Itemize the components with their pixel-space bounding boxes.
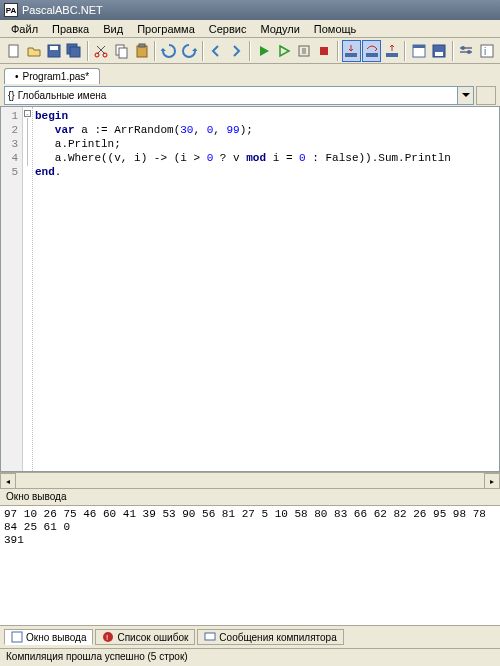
svg-rect-26	[12, 632, 22, 642]
code-text: .	[55, 166, 62, 178]
separator-icon	[404, 41, 406, 61]
svg-rect-14	[366, 53, 378, 57]
cut-button[interactable]	[92, 40, 111, 62]
chevron-down-icon[interactable]	[457, 87, 473, 104]
tab-program1[interactable]: • Program1.pas*	[4, 68, 100, 84]
line-number: 4	[1, 151, 18, 165]
code-editor[interactable]: begin var a := ArrRandom(30, 0, 99); a.P…	[33, 107, 499, 471]
paste-button[interactable]	[132, 40, 151, 62]
code-text: );	[240, 124, 253, 136]
line-number: 2	[1, 123, 18, 137]
separator-icon	[452, 41, 454, 61]
line-number: 1	[1, 109, 18, 123]
navigation-bar: {} Глобальные имена	[0, 84, 500, 106]
redo-button[interactable]	[180, 40, 199, 62]
code-text: : False)).Sum.Println	[306, 152, 451, 164]
error-list-icon: !	[102, 631, 114, 643]
run-button[interactable]	[254, 40, 273, 62]
code-text: a.Println;	[55, 138, 121, 150]
editor-area: 1 2 3 4 5 - begin var a := ArrRandom(30,…	[0, 106, 500, 472]
svg-point-23	[467, 50, 471, 54]
bottom-tabs: Окно вывода ! Список ошибок Сообщения ко…	[0, 626, 500, 648]
navigate-forward-button[interactable]	[227, 40, 246, 62]
horizontal-scrollbar[interactable]: ◂ ▸	[0, 472, 500, 488]
intellisense-button[interactable]: i	[477, 40, 496, 62]
fold-line-icon	[27, 118, 28, 166]
tab-compiler-messages[interactable]: Сообщения компилятора	[197, 629, 343, 645]
status-text: Компиляция прошла успешно (5 строк)	[6, 651, 188, 662]
menu-file[interactable]: Файл	[4, 22, 45, 36]
num-literal: 99	[226, 124, 239, 136]
tab-output[interactable]: Окно вывода	[4, 629, 93, 645]
tab-label: Сообщения компилятора	[219, 632, 336, 643]
separator-icon	[337, 41, 339, 61]
tab-errors[interactable]: ! Список ошибок	[95, 629, 195, 645]
scroll-right-icon[interactable]: ▸	[484, 473, 500, 489]
output-line: 97 10 26 75 46 60 41 39 53 90 56 81 27 5…	[4, 508, 493, 533]
scope-combo[interactable]: {} Глобальные имена	[4, 86, 474, 105]
step-into-button[interactable]	[342, 40, 361, 62]
copy-button[interactable]	[112, 40, 131, 62]
form-designer-button[interactable]	[409, 40, 428, 62]
separator-icon	[87, 41, 89, 61]
svg-rect-10	[139, 44, 145, 47]
menu-help[interactable]: Помощь	[307, 22, 364, 36]
menubar: Файл Правка Вид Программа Сервис Модули …	[0, 20, 500, 38]
output-line: 391	[4, 534, 24, 546]
kw-mod: mod	[246, 152, 266, 164]
tab-label: Program1.pas*	[23, 71, 90, 82]
scroll-left-icon[interactable]: ◂	[0, 473, 16, 489]
separator-icon	[202, 41, 204, 61]
svg-rect-15	[386, 53, 398, 57]
svg-rect-13	[345, 53, 357, 57]
messages-icon	[204, 631, 216, 643]
menu-view[interactable]: Вид	[96, 22, 130, 36]
modified-indicator-icon: •	[15, 71, 19, 82]
stop-button[interactable]	[315, 40, 334, 62]
nav-dropdown-button[interactable]	[476, 86, 496, 105]
code-text: a.Where((v, i) -> (i >	[55, 152, 207, 164]
statusbar: Компиляция прошла успешно (5 строк)	[0, 648, 500, 666]
undo-button[interactable]	[159, 40, 178, 62]
menu-service[interactable]: Сервис	[202, 22, 254, 36]
menu-modules[interactable]: Модули	[253, 22, 306, 36]
svg-rect-8	[119, 48, 127, 58]
app-icon: PA	[4, 3, 18, 17]
svg-rect-29	[205, 633, 215, 640]
document-tabs: • Program1.pas*	[0, 64, 500, 84]
svg-rect-19	[435, 52, 443, 56]
open-file-button[interactable]	[24, 40, 43, 62]
menu-edit[interactable]: Правка	[45, 22, 96, 36]
num-literal: 0	[299, 152, 306, 164]
scope-label: Глобальные имена	[18, 90, 107, 101]
svg-text:i: i	[484, 46, 486, 57]
svg-text:!: !	[106, 633, 108, 642]
svg-rect-17	[413, 45, 425, 48]
save-exe-button[interactable]	[430, 40, 449, 62]
save-button[interactable]	[44, 40, 63, 62]
svg-point-22	[461, 46, 465, 50]
line-number: 3	[1, 137, 18, 151]
separator-icon	[249, 41, 251, 61]
code-text: i =	[266, 152, 299, 164]
run-no-debug-button[interactable]	[274, 40, 293, 62]
output-panel[interactable]: 97 10 26 75 46 60 41 39 53 90 56 81 27 5…	[0, 506, 500, 626]
line-number: 5	[1, 165, 18, 179]
tab-label: Окно вывода	[26, 632, 86, 643]
options-button[interactable]	[457, 40, 476, 62]
window-title: PascalABC.NET	[22, 4, 103, 16]
fold-toggle-icon[interactable]: -	[24, 110, 31, 117]
tab-label: Список ошибок	[117, 632, 188, 643]
svg-rect-24	[481, 45, 493, 57]
code-text: ,	[213, 124, 226, 136]
compile-button[interactable]	[294, 40, 313, 62]
navigate-back-button[interactable]	[207, 40, 226, 62]
kw-end: end	[35, 166, 55, 178]
step-over-button[interactable]	[362, 40, 381, 62]
save-all-button[interactable]	[65, 40, 84, 62]
new-file-button[interactable]	[4, 40, 23, 62]
menu-program[interactable]: Программа	[130, 22, 202, 36]
num-literal: 30	[180, 124, 193, 136]
step-out-button[interactable]	[382, 40, 401, 62]
svg-rect-0	[9, 45, 18, 57]
